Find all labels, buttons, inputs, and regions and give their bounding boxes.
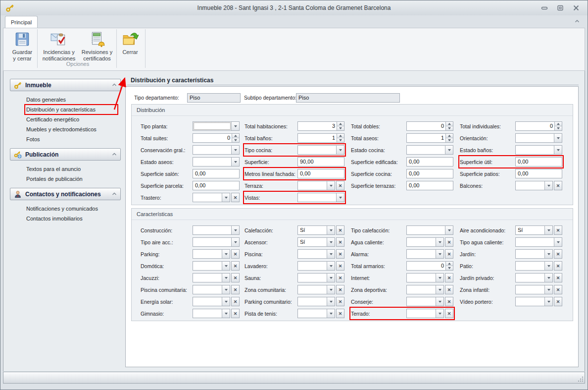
clear-button[interactable]: ✕ <box>231 285 240 294</box>
total-aseos-input[interactable]: 1 <box>406 133 453 143</box>
balcones-dropdown[interactable] <box>515 181 553 190</box>
zona-comunitaria-dropdown[interactable] <box>297 285 335 294</box>
dropdown-button[interactable] <box>445 146 453 154</box>
total-suites-input[interactable]: 0 <box>193 133 240 143</box>
total-habitaciones-input[interactable]: 3 <box>297 121 344 131</box>
terrado-dropdown[interactable] <box>406 309 444 318</box>
dropdown-button[interactable] <box>554 146 562 154</box>
clear-button[interactable]: ✕ <box>554 285 562 294</box>
dropdown-button[interactable] <box>544 181 552 190</box>
dropdown-button[interactable] <box>436 250 443 258</box>
spin-up-button[interactable] <box>555 122 562 126</box>
dropdown-button[interactable] <box>327 250 335 258</box>
energia-solar-dropdown[interactable] <box>193 297 230 306</box>
dropdown-button[interactable] <box>327 238 335 246</box>
jardin-dropdown[interactable] <box>515 249 553 259</box>
tab-principal[interactable]: Principal <box>5 16 38 28</box>
total-banos-input[interactable]: 1 <box>297 133 344 143</box>
dropdown-button[interactable] <box>231 238 239 246</box>
clear-button[interactable]: ✕ <box>231 193 240 202</box>
zona-deportiva-dropdown[interactable] <box>406 285 444 294</box>
tipo-agua-caliente-dropdown[interactable] <box>515 237 562 247</box>
clear-button[interactable]: ✕ <box>554 261 562 271</box>
sidebar-group-inmueble[interactable]: Inmueble <box>10 79 121 91</box>
spin-up-button[interactable] <box>446 122 453 126</box>
close-button[interactable] <box>573 5 580 11</box>
sidebar-item-textos-para-el-anuncio[interactable]: Textos para el anuncio <box>25 164 118 174</box>
dropdown-button[interactable] <box>222 285 230 294</box>
spin-down-button[interactable] <box>555 126 562 130</box>
ascensor-dropdown[interactable]: Sí <box>297 237 335 247</box>
dropdown-button[interactable] <box>544 297 552 306</box>
clear-button[interactable]: ✕ <box>445 297 453 306</box>
clear-button[interactable]: ✕ <box>554 181 562 190</box>
clear-button[interactable]: ✕ <box>231 249 240 259</box>
clear-button[interactable]: ✕ <box>336 273 344 282</box>
clear-button[interactable]: ✕ <box>554 249 562 259</box>
superficie-parcela-input[interactable]: 0,00 <box>193 181 240 190</box>
dropdown-button[interactable] <box>544 226 552 234</box>
clear-button[interactable]: ✕ <box>445 249 453 259</box>
clear-button[interactable]: ✕ <box>231 261 240 271</box>
dropdown-button[interactable] <box>222 262 230 270</box>
dropdown-button[interactable] <box>336 146 344 154</box>
clear-button[interactable]: ✕ <box>554 297 562 306</box>
superficie-salon-input[interactable]: 0,00 <box>193 169 240 178</box>
dropdown-button[interactable] <box>327 181 335 190</box>
estado-cocina-dropdown[interactable] <box>406 145 453 155</box>
piscina-comunitaria-dropdown[interactable] <box>193 285 230 294</box>
jardin-privado-dropdown[interactable] <box>515 273 553 282</box>
dropdown-button[interactable] <box>231 146 239 154</box>
dropdown-button[interactable] <box>436 285 443 294</box>
spin-down-button[interactable] <box>446 126 453 130</box>
restore-button[interactable] <box>557 5 564 11</box>
aire-acondicionado-dropdown[interactable]: Sí <box>515 225 553 235</box>
dropdown-button[interactable] <box>436 238 443 246</box>
patio-dropdown[interactable] <box>515 261 553 271</box>
superficie-terrazas-input[interactable]: 0,00 <box>406 181 453 190</box>
zona-infantil-dropdown[interactable] <box>515 285 553 294</box>
dropdown-button[interactable] <box>327 226 335 234</box>
metros-lineal-fachada-input[interactable]: 0,00 <box>297 169 344 178</box>
superficie-cocina-input[interactable]: 0,00 <box>406 169 453 178</box>
piscina-dropdown[interactable] <box>297 249 335 259</box>
lavadero-dropdown[interactable] <box>297 261 335 271</box>
trastero-dropdown[interactable] <box>193 193 230 202</box>
spin-down-button[interactable] <box>446 266 453 270</box>
dropdown-button[interactable] <box>445 226 453 234</box>
spin-down-button[interactable] <box>337 138 344 142</box>
chevron-up-icon[interactable] <box>112 192 117 196</box>
dropdown-button[interactable] <box>544 285 552 294</box>
dropdown-button[interactable] <box>544 250 552 258</box>
calefaccion-dropdown[interactable]: Sí <box>297 225 335 235</box>
dropdown-button[interactable] <box>222 309 230 318</box>
sidebar-group-contactos-y-notificaciones[interactable]: Contactos y notificaciones <box>10 188 121 200</box>
spin-up-button[interactable] <box>337 122 344 126</box>
gimnasio-dropdown[interactable] <box>193 309 230 318</box>
alarma-dropdown[interactable] <box>406 249 444 259</box>
superficie-util-input[interactable]: 0,00 <box>515 157 562 167</box>
agua-caliente-dropdown[interactable] <box>406 237 444 247</box>
dropdown-button[interactable] <box>222 297 230 306</box>
clear-button[interactable]: ✕ <box>336 285 344 294</box>
sidebar-item-portales-de-publicacion[interactable]: Portales de publicación <box>25 174 118 184</box>
superficie-input[interactable]: 90,00 <box>297 157 344 167</box>
spin-down-button[interactable] <box>446 138 453 142</box>
total-armarios-input[interactable]: 0 <box>406 261 453 271</box>
guardar-y-cerrar-button[interactable]: Guardary cerrar <box>9 30 35 69</box>
clear-button[interactable]: ✕ <box>336 249 344 259</box>
spin-down-button[interactable] <box>232 138 239 142</box>
clear-button[interactable]: ✕ <box>336 225 344 235</box>
estado-aseos-dropdown[interactable] <box>193 157 240 167</box>
sidebar-item-datos-generales[interactable]: Datos generales <box>25 95 118 105</box>
dropdown-button[interactable] <box>327 309 335 318</box>
dropdown-button[interactable] <box>222 274 230 282</box>
clear-button[interactable]: ✕ <box>554 273 562 282</box>
dropdown-button[interactable] <box>222 193 230 202</box>
conserje-dropdown[interactable] <box>406 297 444 306</box>
jacuzzi-dropdown[interactable] <box>193 273 230 282</box>
total-dobles-input[interactable]: 0 <box>406 121 453 131</box>
parking-comunitario-dropdown[interactable] <box>297 297 335 306</box>
construccion-dropdown[interactable] <box>193 225 240 235</box>
chevron-up-icon[interactable] <box>112 153 117 156</box>
